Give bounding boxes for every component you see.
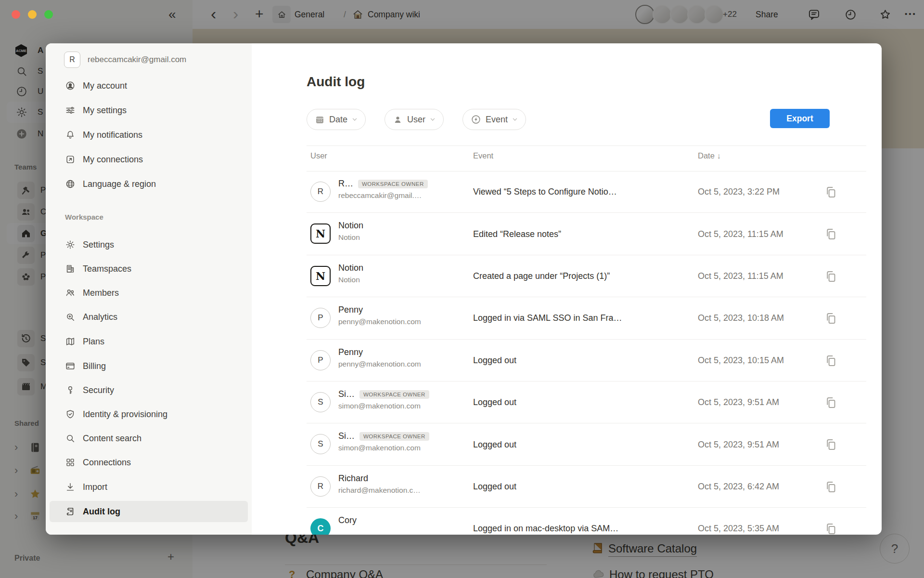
minimize-window-button[interactable]	[28, 10, 37, 19]
nav-item-settings[interactable]: Settings	[50, 234, 248, 255]
nav-item-my-account[interactable]: My account	[50, 75, 248, 96]
row-user-email: Notion	[338, 233, 468, 242]
row-user-name: Penny	[338, 305, 363, 315]
settings-modal: R rebeccamcakir@gmail.com My account My …	[46, 43, 882, 535]
nav-label: My account	[83, 81, 127, 91]
nav-item-audit-log[interactable]: Audit log	[50, 501, 248, 522]
row-user-name: Cory	[338, 515, 357, 525]
row-avatar: C	[310, 518, 331, 535]
row-user-cell: Pennypenny@makenotion.com	[338, 347, 468, 368]
shield-check-icon	[65, 409, 76, 420]
nav-item-connections[interactable]: Connections	[50, 452, 248, 473]
row-user-cell: R…WORKSPACE OWNERrebeccamcakir@gmail.…	[338, 179, 468, 200]
row-date: Oct 5, 2023, 5:35 AM	[698, 508, 779, 535]
row-date: Oct 5, 2023, 3:22 PM	[698, 171, 780, 213]
zoom-window-button[interactable]	[44, 10, 53, 19]
bell-icon	[65, 130, 76, 140]
credit-card-icon	[65, 361, 76, 371]
nav-item-language-region[interactable]: Language & region	[50, 173, 248, 195]
copy-icon-button[interactable]	[824, 185, 838, 199]
copy-icon[interactable]	[824, 269, 838, 284]
row-user-cell: NotionNotion	[338, 263, 468, 284]
row-date: Oct 5, 2023, 6:42 AM	[698, 466, 779, 508]
nav-label: My settings	[83, 105, 127, 116]
row-avatar: R	[310, 182, 331, 202]
copy-icon[interactable]	[824, 480, 838, 494]
nav-label: My notifications	[83, 130, 142, 140]
copy-icon-button[interactable]	[824, 522, 838, 535]
nav-item-content-search[interactable]: Content search	[50, 428, 248, 449]
workspace-owner-badge: WORKSPACE OWNER	[359, 432, 429, 441]
table-row[interactable]: RRichardrichard@makenotion.c…Logged outO…	[307, 466, 866, 508]
nav-label: Billing	[83, 361, 106, 371]
row-date: Oct 5, 2023, 11:15 AM	[698, 213, 783, 255]
import-icon	[65, 482, 76, 492]
nav-label: Language & region	[83, 179, 156, 189]
copy-icon[interactable]	[824, 395, 838, 410]
nav-item-my-settings[interactable]: My settings	[50, 100, 248, 121]
row-user-name: Penny	[338, 347, 363, 357]
row-event: Logged in via SAML SSO in San Fra…	[473, 297, 622, 339]
external-link-icon	[65, 154, 76, 165]
copy-icon-button[interactable]	[824, 311, 838, 326]
account-row[interactable]: R rebeccamcakir@gmail.com	[50, 49, 248, 70]
row-user-cell: Si…WORKSPACE OWNERsimon@makenotion.com	[338, 431, 468, 452]
workspace-section-label: Workspace	[65, 213, 103, 221]
row-user-cell: Richardrichard@makenotion.c…	[338, 473, 468, 495]
table-row[interactable]: NNotionNotionCreated a page under “Proje…	[307, 255, 866, 297]
copy-icon[interactable]	[824, 311, 838, 326]
table-row[interactable]: SSi…WORKSPACE OWNERsimon@makenotion.comL…	[307, 381, 866, 423]
table-row[interactable]: SSi…WORKSPACE OWNERsimon@makenotion.comL…	[307, 423, 866, 465]
nav-item-members[interactable]: Members	[50, 282, 248, 303]
copy-icon[interactable]	[824, 185, 838, 199]
nav-item-identity-provisioning[interactable]: Identity & provisioning	[50, 404, 248, 425]
nav-item-teamspaces[interactable]: Teamspaces	[50, 258, 248, 279]
nav-item-plans[interactable]: Plans	[50, 331, 248, 352]
copy-icon-button[interactable]	[824, 354, 838, 368]
row-user-name: Si…	[338, 389, 355, 399]
close-window-button[interactable]	[12, 10, 20, 19]
workspace-owner-badge: WORKSPACE OWNER	[359, 390, 429, 399]
row-event: Logged in on mac-desktop via SAM…	[473, 508, 618, 535]
row-avatar: P	[310, 308, 331, 328]
row-user-email: simon@makenotion.com	[338, 444, 468, 452]
row-event: Viewed “5 Steps to Configure Notio…	[473, 171, 617, 213]
copy-icon[interactable]	[824, 437, 838, 452]
members-icon	[65, 288, 76, 298]
settings-nav: R rebeccamcakir@gmail.com My account My …	[46, 43, 252, 535]
nav-item-billing[interactable]: Billing	[50, 355, 248, 377]
copy-icon[interactable]	[824, 522, 838, 535]
nav-item-my-notifications[interactable]: My notifications	[50, 124, 248, 145]
nav-item-analytics[interactable]: Analytics	[50, 306, 248, 328]
nav-item-security[interactable]: Security	[50, 380, 248, 401]
nav-label: Content search	[83, 434, 141, 444]
copy-icon[interactable]	[824, 354, 838, 368]
nav-item-my-connections[interactable]: My connections	[50, 149, 248, 170]
row-avatar: R	[310, 476, 331, 497]
table-row[interactable]: PPennypenny@makenotion.comLogged outOct …	[307, 340, 866, 381]
search-icon	[65, 433, 76, 444]
copy-icon[interactable]	[824, 227, 838, 241]
table-row[interactable]: PPennypenny@makenotion.comLogged in via …	[307, 297, 866, 339]
copy-icon-button[interactable]	[824, 227, 838, 241]
nav-label: Members	[83, 288, 119, 298]
copy-icon-button[interactable]	[824, 437, 838, 452]
row-date: Oct 5, 2023, 9:51 AM	[698, 423, 779, 465]
nav-label: Connections	[83, 458, 131, 468]
row-date: Oct 5, 2023, 10:18 AM	[698, 297, 784, 339]
table-row[interactable]: NNotionNotionEdited “Release notes”Oct 5…	[307, 213, 866, 255]
nav-label: Security	[83, 385, 114, 395]
copy-icon-button[interactable]	[824, 395, 838, 410]
row-user-email: simon@makenotion.com	[338, 402, 468, 410]
row-date: Oct 5, 2023, 9:51 AM	[698, 381, 779, 423]
nav-label: Settings	[83, 240, 114, 250]
nav-label: Audit log	[83, 507, 120, 517]
copy-icon-button[interactable]	[824, 480, 838, 494]
table-row[interactable]: RR…WORKSPACE OWNERrebeccamcakir@gmail.…V…	[307, 171, 866, 213]
nav-item-import[interactable]: Import	[50, 476, 248, 498]
search-plus-icon	[65, 312, 76, 322]
row-user-cell: NotionNotion	[338, 221, 468, 242]
table-row[interactable]: CCoryLogged in on mac-desktop via SAM…Oc…	[307, 508, 866, 535]
nav-label: My connections	[83, 155, 143, 165]
copy-icon-button[interactable]	[824, 269, 838, 284]
